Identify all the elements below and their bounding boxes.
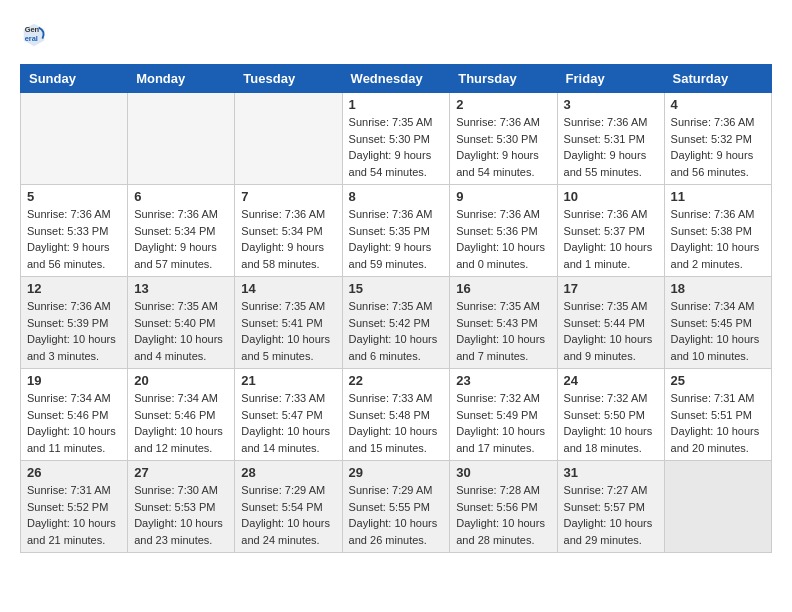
day-info: Sunrise: 7:30 AMSunset: 5:53 PMDaylight:… [134,482,228,548]
calendar-day-cell: 29Sunrise: 7:29 AMSunset: 5:55 PMDayligh… [342,461,450,553]
day-number: 7 [241,189,335,204]
day-info: Sunrise: 7:36 AMSunset: 5:32 PMDaylight:… [671,114,765,180]
day-info: Sunrise: 7:33 AMSunset: 5:48 PMDaylight:… [349,390,444,456]
day-number: 14 [241,281,335,296]
calendar-day-cell: 10Sunrise: 7:36 AMSunset: 5:37 PMDayligh… [557,185,664,277]
calendar-day-cell: 20Sunrise: 7:34 AMSunset: 5:46 PMDayligh… [128,369,235,461]
calendar-day-cell: 24Sunrise: 7:32 AMSunset: 5:50 PMDayligh… [557,369,664,461]
calendar-day-cell [664,461,771,553]
calendar-day-header: Saturday [664,65,771,93]
day-number: 6 [134,189,228,204]
calendar-day-cell: 30Sunrise: 7:28 AMSunset: 5:56 PMDayligh… [450,461,557,553]
calendar-day-cell: 6Sunrise: 7:36 AMSunset: 5:34 PMDaylight… [128,185,235,277]
calendar-day-header: Friday [557,65,664,93]
day-info: Sunrise: 7:28 AMSunset: 5:56 PMDaylight:… [456,482,550,548]
calendar-day-header: Thursday [450,65,557,93]
calendar-day-header: Tuesday [235,65,342,93]
page-header: Gen eral [20,20,772,48]
calendar-day-cell: 15Sunrise: 7:35 AMSunset: 5:42 PMDayligh… [342,277,450,369]
calendar-day-cell: 17Sunrise: 7:35 AMSunset: 5:44 PMDayligh… [557,277,664,369]
calendar-week-row: 19Sunrise: 7:34 AMSunset: 5:46 PMDayligh… [21,369,772,461]
day-info: Sunrise: 7:36 AMSunset: 5:30 PMDaylight:… [456,114,550,180]
logo: Gen eral [20,20,52,48]
day-info: Sunrise: 7:31 AMSunset: 5:52 PMDaylight:… [27,482,121,548]
day-info: Sunrise: 7:35 AMSunset: 5:43 PMDaylight:… [456,298,550,364]
calendar-day-cell: 2Sunrise: 7:36 AMSunset: 5:30 PMDaylight… [450,93,557,185]
day-info: Sunrise: 7:33 AMSunset: 5:47 PMDaylight:… [241,390,335,456]
calendar-day-cell: 31Sunrise: 7:27 AMSunset: 5:57 PMDayligh… [557,461,664,553]
day-number: 28 [241,465,335,480]
day-number: 17 [564,281,658,296]
day-info: Sunrise: 7:32 AMSunset: 5:50 PMDaylight:… [564,390,658,456]
day-number: 12 [27,281,121,296]
calendar-day-cell: 25Sunrise: 7:31 AMSunset: 5:51 PMDayligh… [664,369,771,461]
day-number: 8 [349,189,444,204]
calendar-day-cell: 9Sunrise: 7:36 AMSunset: 5:36 PMDaylight… [450,185,557,277]
day-number: 11 [671,189,765,204]
day-number: 30 [456,465,550,480]
calendar-day-cell: 28Sunrise: 7:29 AMSunset: 5:54 PMDayligh… [235,461,342,553]
calendar-day-cell: 5Sunrise: 7:36 AMSunset: 5:33 PMDaylight… [21,185,128,277]
day-info: Sunrise: 7:36 AMSunset: 5:36 PMDaylight:… [456,206,550,272]
day-number: 24 [564,373,658,388]
calendar-day-cell: 26Sunrise: 7:31 AMSunset: 5:52 PMDayligh… [21,461,128,553]
day-number: 26 [27,465,121,480]
day-number: 27 [134,465,228,480]
calendar-day-cell: 7Sunrise: 7:36 AMSunset: 5:34 PMDaylight… [235,185,342,277]
calendar-day-header: Sunday [21,65,128,93]
day-info: Sunrise: 7:36 AMSunset: 5:39 PMDaylight:… [27,298,121,364]
day-info: Sunrise: 7:34 AMSunset: 5:46 PMDaylight:… [134,390,228,456]
day-number: 21 [241,373,335,388]
day-info: Sunrise: 7:36 AMSunset: 5:33 PMDaylight:… [27,206,121,272]
day-info: Sunrise: 7:29 AMSunset: 5:55 PMDaylight:… [349,482,444,548]
day-info: Sunrise: 7:36 AMSunset: 5:31 PMDaylight:… [564,114,658,180]
logo-icon: Gen eral [20,20,48,48]
calendar-day-cell: 3Sunrise: 7:36 AMSunset: 5:31 PMDaylight… [557,93,664,185]
calendar-day-cell: 1Sunrise: 7:35 AMSunset: 5:30 PMDaylight… [342,93,450,185]
calendar-day-cell: 18Sunrise: 7:34 AMSunset: 5:45 PMDayligh… [664,277,771,369]
calendar-week-row: 1Sunrise: 7:35 AMSunset: 5:30 PMDaylight… [21,93,772,185]
calendar-day-header: Wednesday [342,65,450,93]
calendar-week-row: 26Sunrise: 7:31 AMSunset: 5:52 PMDayligh… [21,461,772,553]
day-info: Sunrise: 7:35 AMSunset: 5:42 PMDaylight:… [349,298,444,364]
day-info: Sunrise: 7:36 AMSunset: 5:38 PMDaylight:… [671,206,765,272]
day-info: Sunrise: 7:36 AMSunset: 5:34 PMDaylight:… [134,206,228,272]
calendar-day-cell: 21Sunrise: 7:33 AMSunset: 5:47 PMDayligh… [235,369,342,461]
day-number: 29 [349,465,444,480]
calendar-week-row: 5Sunrise: 7:36 AMSunset: 5:33 PMDaylight… [21,185,772,277]
day-info: Sunrise: 7:34 AMSunset: 5:46 PMDaylight:… [27,390,121,456]
day-number: 1 [349,97,444,112]
calendar-day-cell: 14Sunrise: 7:35 AMSunset: 5:41 PMDayligh… [235,277,342,369]
day-info: Sunrise: 7:34 AMSunset: 5:45 PMDaylight:… [671,298,765,364]
calendar-day-cell: 12Sunrise: 7:36 AMSunset: 5:39 PMDayligh… [21,277,128,369]
day-number: 5 [27,189,121,204]
day-number: 15 [349,281,444,296]
day-number: 13 [134,281,228,296]
day-number: 9 [456,189,550,204]
calendar-week-row: 12Sunrise: 7:36 AMSunset: 5:39 PMDayligh… [21,277,772,369]
day-number: 3 [564,97,658,112]
calendar-day-cell: 22Sunrise: 7:33 AMSunset: 5:48 PMDayligh… [342,369,450,461]
calendar-day-cell: 19Sunrise: 7:34 AMSunset: 5:46 PMDayligh… [21,369,128,461]
day-info: Sunrise: 7:32 AMSunset: 5:49 PMDaylight:… [456,390,550,456]
calendar-day-cell: 23Sunrise: 7:32 AMSunset: 5:49 PMDayligh… [450,369,557,461]
calendar-day-cell: 4Sunrise: 7:36 AMSunset: 5:32 PMDaylight… [664,93,771,185]
calendar-day-cell: 8Sunrise: 7:36 AMSunset: 5:35 PMDaylight… [342,185,450,277]
svg-text:Gen: Gen [25,25,40,34]
day-number: 23 [456,373,550,388]
calendar-day-cell: 13Sunrise: 7:35 AMSunset: 5:40 PMDayligh… [128,277,235,369]
day-info: Sunrise: 7:36 AMSunset: 5:35 PMDaylight:… [349,206,444,272]
calendar-day-cell [235,93,342,185]
day-info: Sunrise: 7:35 AMSunset: 5:40 PMDaylight:… [134,298,228,364]
day-info: Sunrise: 7:35 AMSunset: 5:30 PMDaylight:… [349,114,444,180]
day-info: Sunrise: 7:29 AMSunset: 5:54 PMDaylight:… [241,482,335,548]
day-number: 19 [27,373,121,388]
day-info: Sunrise: 7:36 AMSunset: 5:34 PMDaylight:… [241,206,335,272]
day-number: 4 [671,97,765,112]
calendar-header-row: SundayMondayTuesdayWednesdayThursdayFrid… [21,65,772,93]
day-number: 20 [134,373,228,388]
day-info: Sunrise: 7:35 AMSunset: 5:44 PMDaylight:… [564,298,658,364]
day-number: 31 [564,465,658,480]
svg-text:eral: eral [25,34,38,43]
calendar-day-cell: 27Sunrise: 7:30 AMSunset: 5:53 PMDayligh… [128,461,235,553]
